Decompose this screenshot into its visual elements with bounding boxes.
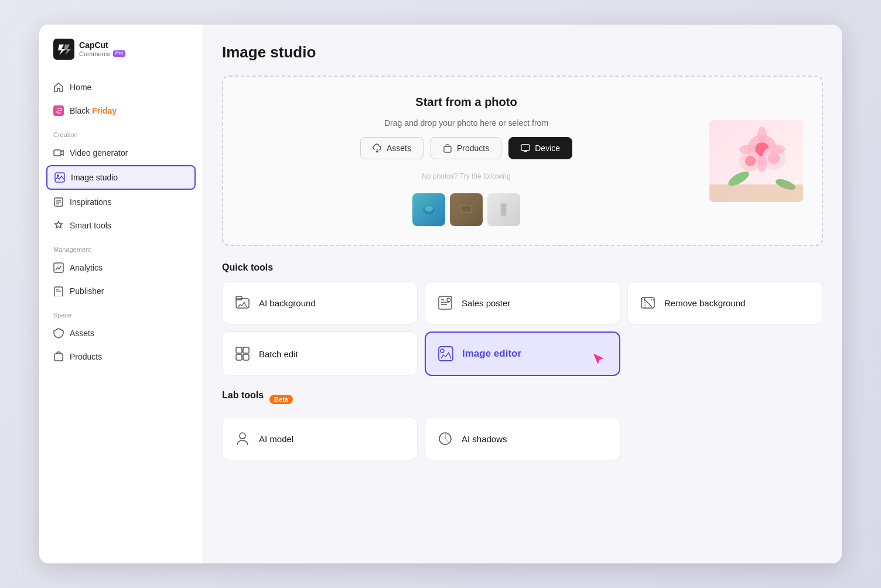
svg-point-38 — [447, 298, 450, 302]
logo-commerce-label: Commerce Pro — [79, 50, 125, 57]
remove-background-label: Remove background — [664, 298, 745, 308]
main-content: Image studio Start from a photo Drag and… — [203, 25, 842, 563]
management-section-label: Management — [46, 238, 196, 257]
no-photos-text: No photos? Try the following — [422, 172, 510, 180]
svg-rect-13 — [444, 146, 451, 152]
sidebar-item-video-generator[interactable]: Video generator — [46, 142, 196, 164]
tool-batch-edit[interactable]: Batch edit — [222, 331, 418, 376]
publisher-icon — [53, 286, 64, 296]
svg-rect-8 — [54, 263, 63, 272]
creation-section-label: Creation — [46, 123, 196, 142]
assets-button[interactable]: Assets — [360, 137, 424, 159]
beta-badge: Beta — [269, 395, 293, 404]
sidebar-item-black-friday-label: Black Friday — [70, 106, 117, 115]
upload-area[interactable]: Start from a photo Drag and drop your ph… — [222, 76, 823, 246]
svg-rect-45 — [439, 347, 453, 361]
app-window: CapCut Commerce Pro Home — [39, 25, 842, 563]
monitor-icon — [521, 143, 530, 153]
logo-capcut-label: CapCut — [79, 41, 125, 50]
ai-bg-icon — [234, 295, 251, 311]
sample-photo-1[interactable] — [412, 193, 445, 226]
cursor-icon — [590, 350, 609, 369]
pro-badge: Pro — [113, 50, 125, 57]
sidebar-item-video-generator-label: Video generator — [70, 148, 128, 158]
batch-edit-label: Batch edit — [259, 349, 298, 359]
svg-rect-14 — [521, 145, 530, 151]
assets-icon — [53, 328, 64, 339]
inspirations-icon — [53, 197, 64, 207]
svg-rect-9 — [54, 287, 63, 296]
image-editor-icon — [438, 346, 454, 362]
svg-rect-34 — [709, 184, 803, 202]
sample-photo-3[interactable] — [487, 193, 520, 226]
sidebar-item-black-friday[interactable]: Black Friday — [46, 100, 196, 122]
lab-section-header: Lab tools Beta — [222, 390, 823, 409]
tool-ai-model[interactable]: AI model — [222, 417, 418, 460]
space-section-label: Space — [46, 303, 196, 322]
logo-text: CapCut Commerce Pro — [79, 41, 125, 57]
tool-sales-poster[interactable]: Sales poster — [425, 281, 620, 324]
ai-background-label: AI background — [259, 298, 316, 308]
sidebar-item-home[interactable]: Home — [46, 76, 196, 98]
flower-decoration — [709, 120, 803, 202]
svg-point-16 — [425, 206, 433, 211]
image-studio-icon — [54, 172, 65, 183]
sidebar-item-analytics[interactable]: Analytics — [46, 257, 196, 279]
quick-tools-grid: AI background Sales poster — [222, 281, 823, 376]
remove-bg-icon — [640, 295, 656, 311]
sidebar-item-inspirations-label: Inspirations — [70, 197, 112, 207]
svg-point-30 — [739, 145, 756, 154]
sidebar-item-image-studio-label: Image studio — [71, 173, 118, 182]
home-icon — [53, 82, 64, 93]
upload-center: Start from a photo Drag and drop your ph… — [242, 95, 691, 226]
svg-rect-44 — [243, 354, 249, 360]
svg-rect-18 — [462, 206, 471, 212]
sidebar-item-assets[interactable]: Assets — [46, 322, 196, 344]
tool-ai-background[interactable]: AI background — [222, 281, 418, 324]
sidebar-item-publisher[interactable]: Publisher — [46, 280, 196, 302]
upload-title: Start from a photo — [415, 95, 517, 109]
no-photos-divider: No photos? Try the following — [416, 172, 516, 180]
svg-rect-41 — [236, 347, 242, 353]
sidebar-item-inspirations[interactable]: Inspirations — [46, 191, 196, 213]
tool-remove-background[interactable]: Remove background — [627, 281, 823, 324]
smart-tools-icon — [53, 220, 64, 231]
sidebar-item-home-label: Home — [70, 83, 91, 92]
lab-tools-label: Lab tools — [222, 390, 264, 401]
black-friday-icon — [53, 105, 64, 116]
tool-image-editor[interactable]: Image editor — [425, 331, 620, 376]
logo: CapCut Commerce Pro — [39, 39, 203, 76]
device-button[interactable]: Device — [508, 137, 572, 159]
sidebar-item-smart-tools[interactable]: Smart tools — [46, 214, 196, 237]
sample-photos — [412, 193, 520, 226]
sidebar-nav: Home Black Friday Creation — [39, 76, 203, 549]
products-button[interactable]: Products — [431, 137, 501, 159]
sample-photo-2[interactable] — [450, 193, 483, 226]
svg-point-28 — [757, 127, 767, 143]
sample-photo-2-img — [456, 199, 477, 220]
products-icon — [53, 351, 64, 362]
svg-rect-12 — [54, 354, 63, 361]
svg-point-25 — [768, 152, 780, 164]
sidebar-item-assets-label: Assets — [70, 329, 94, 338]
svg-point-47 — [240, 433, 245, 439]
lab-tools-grid: AI model AI shadows — [222, 417, 823, 460]
sales-poster-icon — [437, 295, 453, 311]
quick-tools-label: Quick tools — [222, 262, 823, 273]
tool-ai-shadows[interactable]: AI shadows — [425, 417, 620, 460]
upload-right-image — [709, 120, 803, 202]
capcut-logo-icon — [53, 39, 74, 60]
svg-point-46 — [440, 349, 444, 353]
svg-rect-1 — [54, 150, 61, 156]
svg-point-27 — [745, 156, 756, 166]
sidebar-item-products[interactable]: Products — [46, 346, 196, 368]
page-title: Image studio — [222, 43, 823, 61]
cloud-icon — [373, 143, 382, 153]
svg-rect-43 — [236, 354, 242, 360]
image-editor-label: Image editor — [462, 348, 521, 360]
sidebar-item-image-studio[interactable]: Image studio — [46, 165, 196, 190]
sidebar: CapCut Commerce Pro Home — [39, 25, 203, 563]
ai-shadows-icon — [437, 430, 453, 447]
sidebar-item-smart-tools-label: Smart tools — [70, 221, 111, 230]
svg-point-29 — [757, 156, 767, 172]
